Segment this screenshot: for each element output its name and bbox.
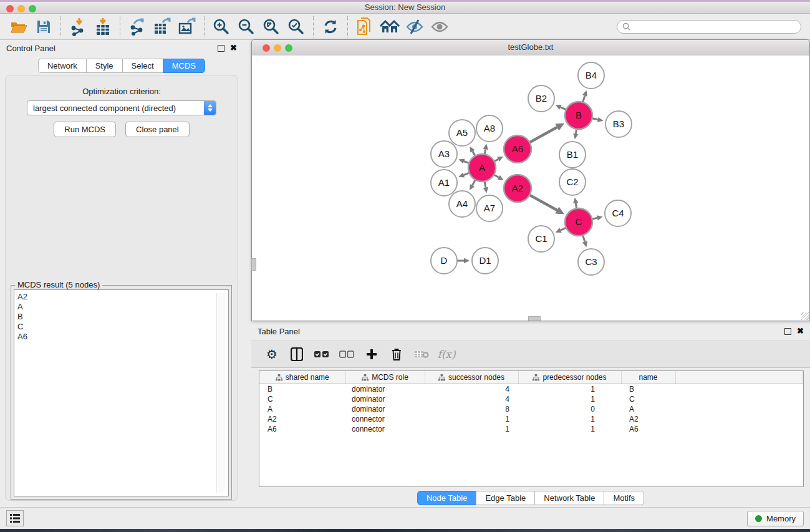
- mcds-result-item[interactable]: C: [17, 322, 225, 332]
- cell-predecessor-nodes[interactable]: 0: [518, 404, 621, 414]
- apply-function-button[interactable]: f(x): [437, 344, 456, 364]
- memory-button[interactable]: Memory: [747, 511, 804, 526]
- cell-name[interactable]: A: [621, 404, 675, 414]
- edge-C-C4[interactable]: [592, 218, 597, 219]
- table-settings-button[interactable]: ⚙: [263, 344, 281, 364]
- add-row-button[interactable]: [362, 344, 381, 364]
- show-columns-button[interactable]: [287, 344, 306, 364]
- maximize-window-icon[interactable]: [29, 5, 36, 12]
- canvas-hscroll-thumb[interactable]: [528, 316, 541, 321]
- network-window-titlebar[interactable]: testGlobe.txt: [252, 40, 809, 56]
- cell-mcds-role[interactable]: dominator: [345, 394, 425, 404]
- cell-successor-nodes[interactable]: 4: [425, 394, 518, 404]
- cell-shared-name[interactable]: A6: [259, 424, 345, 434]
- run-mcds-button[interactable]: Run MCDS: [54, 122, 116, 137]
- tab-select[interactable]: Select: [122, 59, 163, 73]
- cell-successor-nodes[interactable]: 1: [425, 424, 518, 434]
- save-session-button[interactable]: [31, 16, 56, 38]
- select-all-button[interactable]: [312, 344, 331, 364]
- tab-network-table[interactable]: Network Table: [534, 491, 604, 505]
- mcds-result-item[interactable]: B: [17, 312, 225, 322]
- edge-A2-C[interactable]: [529, 195, 557, 210]
- cell-shared-name[interactable]: B: [259, 384, 345, 395]
- close-window-icon[interactable]: [6, 5, 14, 12]
- deselect-all-button[interactable]: [337, 344, 356, 364]
- edge-C-C3[interactable]: [583, 235, 585, 242]
- net-maximize-icon[interactable]: [285, 44, 292, 52]
- tab-network[interactable]: Network: [38, 59, 87, 73]
- edge-A-A3[interactable]: [464, 162, 469, 163]
- hide-graphics-button[interactable]: [402, 16, 427, 38]
- net-close-icon[interactable]: [263, 44, 270, 52]
- delete-table-button[interactable]: [412, 344, 431, 364]
- cell-predecessor-nodes[interactable]: 1: [518, 424, 621, 434]
- table-row[interactable]: Cdominator41C: [259, 394, 803, 404]
- cell-predecessor-nodes[interactable]: 1: [518, 414, 621, 424]
- table-header-row[interactable]: shared name MCDS role successor nodes pr…: [259, 371, 803, 384]
- cell-name[interactable]: C: [621, 394, 675, 404]
- tab-motifs[interactable]: Motifs: [604, 491, 644, 505]
- cell-mcds-role[interactable]: connector: [345, 414, 425, 424]
- cell-name[interactable]: B: [621, 384, 675, 395]
- col-name[interactable]: name: [621, 371, 675, 384]
- edge-C-C1[interactable]: [561, 228, 566, 230]
- cell-successor-nodes[interactable]: 8: [425, 404, 518, 414]
- minimize-window-icon[interactable]: [17, 5, 25, 12]
- cell-name[interactable]: A6: [621, 424, 675, 434]
- tab-mcds[interactable]: MCDS: [163, 59, 205, 73]
- show-graphics-button[interactable]: [427, 16, 452, 38]
- network-canvas[interactable]: B4B2BB3A5A8A6A3B1AA1C2A2A4A7C4CC1DD1C3: [252, 56, 809, 321]
- cell-predecessor-nodes[interactable]: 1: [518, 384, 621, 395]
- table-row[interactable]: Bdominator41B: [259, 384, 803, 395]
- home-pages-button[interactable]: [377, 16, 402, 38]
- import-table-button[interactable]: [90, 16, 115, 38]
- edge-A-A1[interactable]: [464, 173, 470, 175]
- close-table-panel-icon[interactable]: ✖: [797, 328, 804, 334]
- zoom-in-button[interactable]: [209, 16, 234, 38]
- edge-A-A4[interactable]: [472, 180, 475, 185]
- zoom-out-button[interactable]: [234, 16, 259, 38]
- cell-mcds-role[interactable]: dominator: [345, 384, 425, 395]
- float-table-panel-icon[interactable]: [784, 328, 791, 335]
- criterion-select[interactable]: largest connected component (directed): [27, 100, 216, 115]
- close-panel-icon[interactable]: ✖: [230, 45, 237, 51]
- export-table-button[interactable]: [150, 16, 175, 38]
- delete-row-button[interactable]: [387, 344, 406, 364]
- node-table[interactable]: shared name MCDS role successor nodes pr…: [259, 370, 804, 487]
- edge-A-A2[interactable]: [494, 175, 499, 177]
- open-session-button[interactable]: [6, 16, 31, 38]
- export-network-button[interactable]: [125, 16, 150, 38]
- search-input[interactable]: [634, 22, 796, 32]
- cell-predecessor-nodes[interactable]: 1: [518, 394, 621, 404]
- network-graph[interactable]: B4B2BB3A5A8A6A3B1AA1C2A2A4A7C4CC1DD1C3: [252, 56, 809, 321]
- cell-successor-nodes[interactable]: 1: [425, 414, 518, 424]
- import-network-button[interactable]: [65, 16, 90, 38]
- table-row[interactable]: A2connector11A2: [259, 414, 803, 424]
- close-panel-button[interactable]: Close panel: [125, 122, 190, 137]
- search-box[interactable]: [617, 20, 801, 34]
- task-history-button[interactable]: [6, 510, 24, 526]
- zoom-fit-button[interactable]: [259, 16, 284, 38]
- zoom-selected-button[interactable]: [284, 16, 309, 38]
- table-row[interactable]: Adominator80A: [259, 404, 803, 414]
- mcds-result-item[interactable]: A2: [17, 292, 225, 302]
- col-successor-nodes[interactable]: successor nodes: [425, 371, 518, 384]
- cell-mcds-role[interactable]: dominator: [345, 404, 425, 414]
- edge-B-B2[interactable]: [561, 107, 566, 110]
- col-mcds-role[interactable]: MCDS role: [345, 371, 425, 384]
- float-panel-icon[interactable]: [218, 45, 224, 52]
- cell-shared-name[interactable]: A: [259, 404, 345, 414]
- mcds-result-list[interactable]: A2ABCA6: [14, 289, 229, 496]
- edge-A-A7[interactable]: [485, 181, 486, 188]
- result-scrollbar[interactable]: [216, 293, 225, 493]
- edge-A-A5[interactable]: [473, 152, 475, 156]
- cell-successor-nodes[interactable]: 4: [425, 384, 518, 395]
- canvas-vscroll-thumb[interactable]: [251, 258, 256, 271]
- refresh-button[interactable]: [318, 16, 343, 38]
- table-row[interactable]: A6connector11A6: [259, 424, 803, 434]
- cell-name[interactable]: A2: [621, 414, 675, 424]
- resize-grip[interactable]: [801, 312, 809, 320]
- edge-B-B4[interactable]: [583, 95, 585, 102]
- net-minimize-icon[interactable]: [274, 44, 281, 52]
- edge-A6-B[interactable]: [529, 127, 557, 142]
